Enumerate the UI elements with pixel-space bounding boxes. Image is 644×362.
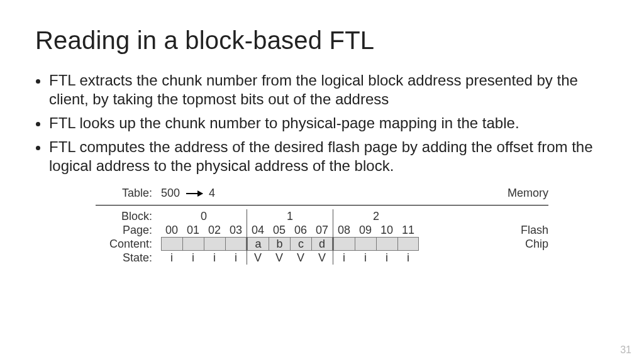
state-cell: V (247, 251, 269, 265)
page-num: 10 (376, 223, 397, 237)
block-name: 1 (247, 209, 333, 223)
content-cell (182, 237, 204, 251)
block-name: 0 (161, 209, 247, 223)
content-cell (397, 237, 419, 251)
page-num: 11 (397, 223, 419, 237)
state-cell: i (161, 251, 182, 265)
block-name: 2 (333, 209, 419, 223)
divider-line (96, 205, 548, 206)
page-num: 09 (355, 223, 376, 237)
content-cell (225, 237, 247, 251)
memory-label: Memory (495, 187, 548, 200)
content-cell (161, 237, 182, 251)
bullet-list: FTL extracts the chunk number from the l… (35, 71, 609, 175)
state-cell: V (269, 251, 290, 265)
content-cell: c (290, 237, 311, 251)
page-num: 00 (161, 223, 182, 237)
block-row-label: Block: (96, 210, 161, 223)
slide-title: Reading in a block-based FTL (35, 26, 609, 55)
bullet-item: FTL looks up the chunk number to physica… (49, 114, 609, 133)
state-cell: i (204, 251, 225, 265)
content-row-label: Content: (96, 238, 161, 251)
state-cell: i (333, 251, 355, 265)
page-num: 07 (311, 223, 333, 237)
content-cell (204, 237, 225, 251)
state-cell: i (397, 251, 419, 265)
content-cell (333, 237, 355, 251)
page-num: 03 (225, 223, 247, 237)
content-cell: a (247, 237, 269, 251)
state-row-label: State: (96, 251, 161, 265)
chip-label: Chip (513, 238, 548, 251)
content-cell (355, 237, 376, 251)
page-row-label: Page: (96, 224, 161, 237)
content-cell: d (311, 237, 333, 251)
table-label: Table: (96, 187, 161, 200)
page-num: 01 (182, 223, 204, 237)
bullet-item: FTL computes the address of the desired … (49, 138, 609, 175)
bullet-item: FTL extracts the chunk number from the l… (49, 71, 609, 109)
page-number: 31 (620, 344, 631, 356)
page-num: 05 (269, 223, 290, 237)
page-num: 04 (247, 223, 269, 237)
page-num: 06 (290, 223, 311, 237)
state-cell: i (376, 251, 397, 265)
table-to-value: 4 (205, 187, 215, 200)
arrow-right-icon (186, 193, 203, 194)
state-cell: V (290, 251, 311, 265)
page-num: 02 (204, 223, 225, 237)
page-num: 08 (333, 223, 355, 237)
state-cell: i (355, 251, 376, 265)
state-cell: i (182, 251, 204, 265)
content-cell (376, 237, 397, 251)
table-from-value: 500 (161, 187, 184, 200)
flash-label: Flash (508, 224, 548, 237)
state-cell: V (311, 251, 333, 265)
ftl-diagram: Table: 500 4 Memory Block: 0 1 2 Flash P… (96, 187, 548, 265)
state-cell: i (225, 251, 247, 265)
content-cell: b (269, 237, 290, 251)
